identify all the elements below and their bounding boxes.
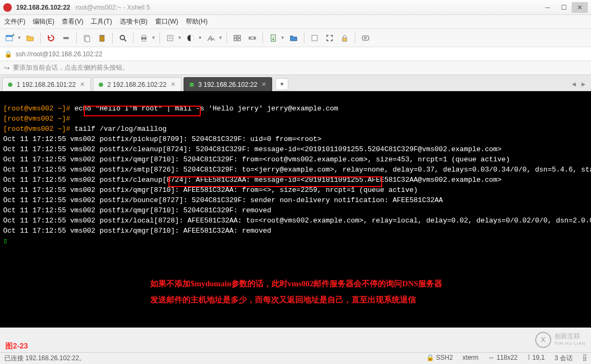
new-tab-button[interactable]: + — [275, 78, 288, 90]
tab-session-3[interactable]: 3 192.168.26.102:22 ✕ — [184, 77, 272, 91]
address-bar: 🔒 ssh://root@192.168.26.102:22 — [0, 47, 591, 61]
menu-edit[interactable]: 编辑(E) — [33, 17, 54, 26]
tab-label: 2 192.168.26.102:22 — [107, 81, 166, 88]
hint-bar: ↪ 要添加当前会话，点击左侧的箭头按钮。 — [0, 61, 591, 75]
sessions-button[interactable] — [231, 32, 244, 44]
xftp-button[interactable] — [287, 32, 300, 44]
transfer-button[interactable] — [267, 32, 280, 44]
window-title: 192.168.26.102:22 — [16, 4, 70, 11]
disconnect-button[interactable] — [60, 32, 72, 44]
svg-rect-20 — [238, 35, 240, 38]
address-text[interactable]: ssh://root@192.168.26.102:22 — [16, 50, 103, 58]
status-dot-icon — [189, 83, 194, 87]
open-button[interactable] — [24, 32, 37, 44]
log-line: Oct 11 17:12:55 vms002 postfix/qmgr[8710… — [3, 206, 271, 214]
svg-rect-5 — [85, 36, 90, 42]
tab-session-2[interactable]: 2 192.168.26.102:22 ✕ — [93, 77, 181, 91]
lock-button[interactable] — [338, 32, 351, 44]
log-line: Oct 11 17:12:55 vms002 postfix/qmgr[8710… — [3, 155, 510, 164]
watermark-logo-icon: X — [535, 332, 551, 348]
compose-button[interactable] — [359, 32, 372, 44]
watermark-brand: 创新互联 — [554, 333, 586, 340]
watermark: X 创新互联 XIN HU LIAN — [535, 332, 586, 348]
menu-file[interactable]: 文件(F) — [4, 17, 25, 26]
tab-close-icon[interactable]: ✕ — [80, 81, 85, 88]
properties-button[interactable] — [164, 32, 177, 44]
title-bar: 192.168.26.102:22 root@vms002:~ - Xshell… — [0, 0, 591, 15]
copy-button[interactable] — [81, 32, 93, 44]
menu-bar: 文件(F) 编辑(E) 查看(V) 工具(T) 选项卡(B) 窗口(W) 帮助(… — [0, 15, 591, 29]
toolbar: + ▼ ▼ ▼ ▼ AA ▼ ▼ — [0, 29, 591, 47]
cursor: ▯ — [3, 237, 8, 245]
print-button[interactable] — [137, 32, 150, 44]
paste-button[interactable] — [96, 32, 108, 44]
prompt: [root@vms002 ~]# — [3, 115, 75, 123]
tab-label: 1 192.168.26.101:22 — [17, 81, 76, 88]
reconnect-button[interactable] — [45, 32, 57, 44]
tab-session-1[interactable]: 1 192.168.26.101:22 ✕ — [2, 77, 91, 91]
fullscreen-button[interactable] — [323, 32, 336, 44]
dropdown-icon[interactable]: ▼ — [218, 35, 223, 40]
command: echo "Hello I'm root" | mail -s 'Hello j… — [75, 105, 338, 113]
svg-line-9 — [124, 39, 126, 41]
log-line: Oct 11 17:12:55 vms002 postfix/pickup[87… — [3, 135, 322, 143]
command: tailf /var/log/maillog — [75, 125, 167, 133]
svg-rect-28 — [342, 38, 347, 41]
dropdown-icon[interactable]: ▼ — [151, 35, 156, 40]
svg-rect-29 — [362, 36, 369, 40]
dropdown-icon[interactable]: ▼ — [178, 35, 182, 40]
svg-rect-7 — [101, 35, 103, 36]
annotation-line-2: 发送邮件的主机地址是多少，而每次又返回地址是自己，直至出现系统退信 — [150, 295, 416, 305]
menu-window[interactable]: 窗口(W) — [155, 17, 178, 26]
tab-close-icon[interactable]: ✕ — [171, 81, 176, 88]
dropdown-icon[interactable]: ▼ — [198, 35, 202, 40]
status-dot-icon — [99, 83, 103, 87]
close-button[interactable]: ✕ — [572, 2, 588, 13]
svg-rect-27 — [312, 35, 317, 41]
search-button[interactable] — [116, 32, 129, 44]
menu-tools[interactable]: 工具(T) — [91, 17, 112, 26]
svg-rect-13 — [167, 35, 173, 41]
tunneling-button[interactable] — [246, 32, 259, 44]
log-line: Oct 11 17:12:55 vms002 postfix/smtp[8726… — [3, 166, 591, 174]
log-line: Oct 11 17:12:55 vms002 postfix/qmgr[8710… — [3, 186, 418, 194]
log-line: Oct 11 17:12:55 vms002 postfix/cleanup[8… — [3, 176, 501, 184]
font-button[interactable]: AA — [205, 32, 217, 44]
tab-close-icon[interactable]: ✕ — [261, 81, 266, 88]
annotation-line-1: 如果不添加$mydomain参数的话，此时vms002邮件服务器会不停的询问DN… — [150, 279, 442, 289]
tab-label: 3 192.168.26.102:22 — [198, 81, 257, 88]
status-dot-icon — [8, 83, 12, 87]
svg-text:A: A — [211, 36, 215, 42]
svg-rect-21 — [234, 39, 237, 41]
tab-next-icon[interactable]: ► — [579, 79, 588, 89]
svg-text:+: + — [12, 33, 14, 38]
tab-prev-icon[interactable]: ◄ — [570, 79, 578, 89]
log-line: Oct 11 17:12:55 vms002 postfix/cleanup[8… — [3, 145, 501, 153]
arrow-icon[interactable]: ↪ — [4, 64, 10, 72]
status-pos: ⸾ 19,1 — [527, 354, 545, 363]
watermark-sub: XIN HU LIAN — [554, 340, 586, 347]
svg-point-25 — [254, 38, 255, 39]
menu-tabs[interactable]: 选项卡(B) — [120, 17, 148, 26]
svg-rect-3 — [63, 37, 69, 39]
status-bar: 已连接 192.168.26.102:22。 🔒 SSH2 xterm ↔ 11… — [0, 352, 591, 364]
status-connection: 已连接 192.168.26.102:22。 — [4, 354, 85, 363]
app-icon — [3, 3, 12, 12]
menu-help[interactable]: 帮助(H) — [186, 17, 208, 26]
svg-point-8 — [120, 35, 125, 40]
svg-rect-12 — [142, 39, 145, 41]
minimize-button[interactable]: ─ — [539, 2, 556, 13]
dropdown-icon[interactable]: ▼ — [281, 35, 285, 40]
tab-bar: 1 192.168.26.101:22 ✕ 2 192.168.26.102:2… — [0, 75, 591, 91]
status-ssh: 🔒 SSH2 — [426, 354, 453, 363]
figure-label: 图2-23 — [5, 341, 28, 351]
color-scheme-button[interactable] — [184, 32, 197, 44]
maximize-button[interactable]: ☐ — [556, 2, 572, 13]
new-session-button[interactable]: + — [3, 32, 16, 44]
dropdown-icon[interactable]: ▼ — [17, 35, 21, 40]
script-button[interactable] — [308, 32, 321, 44]
svg-rect-19 — [234, 35, 237, 38]
terminal[interactable]: [root@vms002 ~]# echo "Hello I'm root" |… — [0, 91, 591, 328]
lock-icon: 🔒 — [4, 50, 12, 58]
menu-view[interactable]: 查看(V) — [62, 17, 83, 26]
